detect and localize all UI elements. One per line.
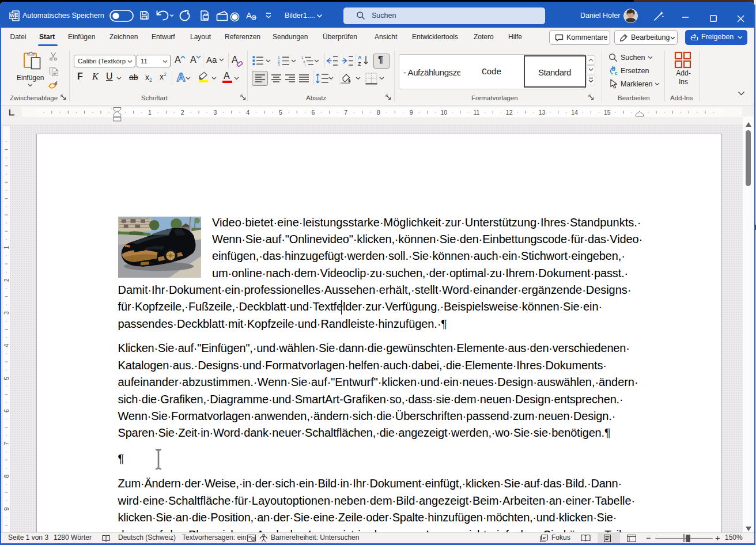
svg-text:i: i — [305, 63, 305, 66]
svg-text:8: 8 — [3, 475, 10, 478]
svg-text:12: 12 — [506, 109, 513, 116]
svg-text:1: 1 — [3, 246, 10, 249]
svg-text:1: 1 — [301, 56, 304, 59]
svg-text:15: 15 — [604, 109, 611, 116]
svg-text:13: 13 — [539, 109, 546, 116]
svg-text:1: 1 — [148, 109, 152, 116]
svg-text:c: c — [615, 70, 618, 76]
svg-text:3: 3 — [3, 311, 10, 315]
svg-text:14: 14 — [571, 109, 578, 116]
svg-text:3: 3 — [213, 109, 217, 116]
svg-text:4: 4 — [246, 109, 250, 116]
svg-text:7: 7 — [344, 109, 347, 116]
svg-text:4: 4 — [3, 344, 10, 347]
svg-text:9: 9 — [410, 109, 413, 116]
svg-text:11: 11 — [474, 109, 480, 116]
svg-text:A: A — [246, 10, 252, 20]
svg-text:a: a — [303, 60, 305, 63]
svg-text:A: A — [358, 55, 362, 60]
svg-text:W: W — [10, 13, 15, 18]
svg-text:2: 2 — [181, 109, 184, 116]
svg-text:9: 9 — [3, 507, 10, 510]
svg-text:7: 7 — [3, 442, 10, 445]
svg-text:2: 2 — [3, 278, 10, 282]
svg-text:6: 6 — [312, 109, 315, 116]
svg-text:8: 8 — [377, 109, 380, 116]
svg-text:5: 5 — [279, 109, 282, 116]
svg-text:Z: Z — [358, 61, 361, 66]
svg-text:A: A — [176, 71, 185, 83]
svg-text:3: 3 — [278, 63, 280, 66]
svg-text:6: 6 — [3, 409, 10, 412]
svg-text:10: 10 — [440, 109, 447, 116]
svg-text:5: 5 — [3, 376, 10, 380]
